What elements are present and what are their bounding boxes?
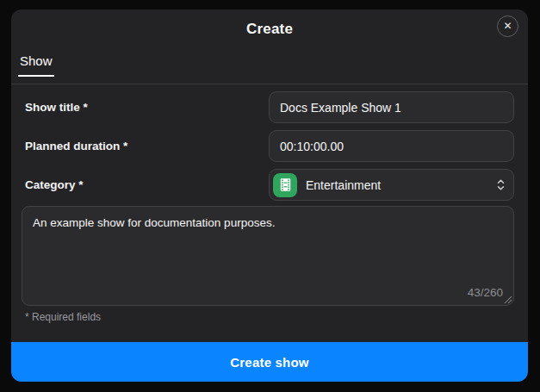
dialog-title: Create bbox=[11, 20, 528, 39]
category-label: Category * bbox=[22, 178, 269, 191]
category-selected-value: Entertainment bbox=[306, 178, 381, 192]
required-fields-note: * Required fields bbox=[22, 311, 514, 323]
category-select[interactable]: Entertainment bbox=[269, 169, 514, 201]
planned-duration-input[interactable] bbox=[269, 130, 514, 162]
film-strip-icon bbox=[273, 173, 297, 197]
show-title-row: Show title * bbox=[22, 91, 514, 123]
show-title-input[interactable] bbox=[269, 91, 514, 123]
close-button[interactable]: ✕ bbox=[497, 16, 518, 37]
select-chevron-icon bbox=[497, 178, 505, 191]
category-row: Category * bbox=[22, 169, 514, 201]
show-title-label: Show title * bbox=[22, 101, 269, 114]
tab-show[interactable]: Show bbox=[18, 53, 54, 77]
create-dialog: Create ✕ Show Show title * Planned durat… bbox=[11, 9, 528, 382]
create-show-button[interactable]: Create show bbox=[11, 342, 528, 382]
planned-duration-label: Planned duration * bbox=[22, 140, 269, 152]
tab-bar: Show bbox=[11, 53, 528, 77]
description-textarea[interactable]: An example show for documentation purpos… bbox=[22, 206, 514, 306]
form-content: Show title * Planned duration * Category… bbox=[11, 84, 528, 323]
planned-duration-row: Planned duration * bbox=[22, 130, 514, 162]
description-field: An example show for documentation purpos… bbox=[22, 206, 514, 306]
dialog-header: Create ✕ bbox=[11, 9, 528, 39]
close-icon: ✕ bbox=[503, 17, 512, 35]
